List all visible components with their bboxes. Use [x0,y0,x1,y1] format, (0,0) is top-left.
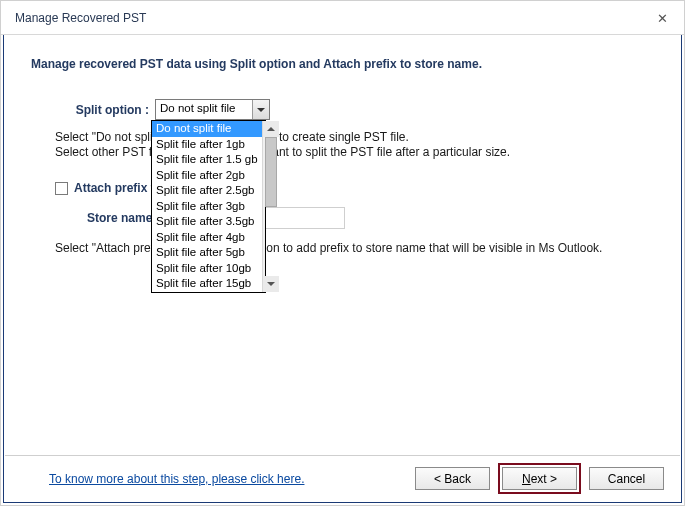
dropdown-item[interactable]: Split file after 1gb [152,137,262,153]
dropdown-item[interactable]: Split file after 2.5gb [152,183,262,199]
dropdown-item[interactable]: Split file after 5gb [152,245,262,261]
split-option-label: Split option : [27,103,155,117]
page-heading: Manage recovered PST data using Split op… [31,57,654,71]
dropdown-item[interactable]: Split file after 10gb [152,261,262,277]
titlebar: Manage Recovered PST ✕ [1,1,684,35]
chevron-down-icon[interactable] [252,100,269,119]
split-option-combo[interactable]: Do not split file [155,99,270,120]
dropdown-item[interactable]: Split file after 3.5gb [152,214,262,230]
dropdown-items: Do not split file Split file after 1gb S… [152,121,262,292]
scroll-thumb[interactable] [265,137,277,207]
dropdown-item[interactable]: Split file after 2gb [152,168,262,184]
back-button[interactable]: < Back [415,467,490,490]
dropdown-item[interactable]: Split file after 15gb [152,276,262,292]
hint-attach: Select "Attach prefix to store name" opt… [55,241,654,255]
dropdown-item[interactable]: Split file after 1.5 gb [152,152,262,168]
dropdown-item[interactable]: Split file after 4gb [152,230,262,246]
window-title: Manage Recovered PST [15,11,146,25]
close-icon: ✕ [657,11,668,26]
split-option-dropdown[interactable]: Do not split file Split file after 1gb S… [151,120,266,293]
scroll-up-icon[interactable] [263,121,279,137]
next-button[interactable]: Next > [502,467,577,490]
dropdown-scrollbar[interactable] [262,121,265,292]
cancel-button[interactable]: Cancel [589,467,664,490]
split-option-selected: Do not split file [160,102,235,114]
dropdown-item[interactable]: Split file after 3gb [152,199,262,215]
close-button[interactable]: ✕ [640,1,684,35]
scroll-down-icon[interactable] [263,276,279,292]
content-area: Manage recovered PST data using Split op… [5,37,680,455]
hint-line-1: Select "Do not split file" option if you… [55,130,654,144]
dropdown-item[interactable]: Do not split file [152,121,262,137]
next-button-highlight: Next > [498,463,581,494]
attach-prefix-checkbox[interactable] [55,182,68,195]
footer: To know more about this step, please cli… [5,455,680,501]
hint-line-2: Select other PST file size option, if yo… [55,145,654,159]
learn-more-link[interactable]: To know more about this step, please cli… [49,472,304,486]
